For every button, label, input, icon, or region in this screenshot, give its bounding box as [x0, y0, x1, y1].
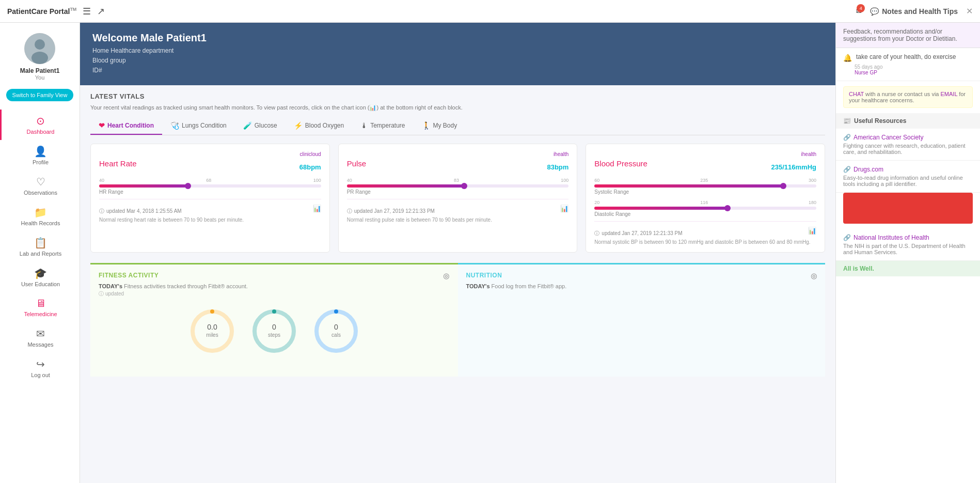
- welcome-id: ID#: [92, 66, 823, 75]
- lungs-tab-icon: 🩺: [170, 121, 179, 130]
- sidebar: Male Patient1 You Switch to Family View …: [0, 23, 80, 483]
- tab-label: Lungs Condition: [182, 122, 227, 129]
- sidebar-item-observations[interactable]: ♡ Observations: [0, 170, 80, 201]
- red-block: [843, 193, 973, 224]
- chat-link[interactable]: CHAT: [849, 91, 864, 97]
- svg-point-1: [35, 39, 45, 50]
- notes-health-tips-button[interactable]: 💬 Notes and Health Tips: [870, 7, 958, 15]
- heart-tab-icon: ❤: [99, 121, 105, 130]
- sidebar-item-lab-reports[interactable]: 📋 Lab and Reports: [0, 231, 80, 262]
- tab-label: My Body: [433, 122, 457, 129]
- sidebar-collapse-handle[interactable]: ‹: [80, 126, 80, 141]
- nutrition-title-text: NUTRITION: [466, 272, 502, 280]
- svg-point-11: [317, 311, 356, 351]
- sidebar-item-messages[interactable]: ✉ Messages: [0, 322, 80, 353]
- svg-text:miles: miles: [206, 332, 218, 338]
- systolic-label: Systolic Range: [594, 189, 816, 195]
- right-panel: Feedback, recommendations and/or suggest…: [835, 23, 980, 483]
- chat-bubble-icon: 💬: [870, 7, 879, 15]
- main-content: Welcome Male Patient1 Home Healthcare de…: [80, 23, 835, 483]
- switch-family-view-button[interactable]: Switch to Family View: [6, 89, 74, 101]
- card-value: 83bpm: [547, 159, 568, 173]
- svg-text:0: 0: [334, 323, 338, 331]
- resource-drugs: 🔗 Drugs.com Easy-to-read drug informatio…: [836, 161, 980, 193]
- drugs-link[interactable]: 🔗 Drugs.com: [843, 166, 973, 173]
- systolic-thumb: [780, 183, 786, 189]
- welcome-greeting: Welcome Male Patient1: [92, 32, 823, 44]
- rp-resources-title: 📰 Useful Resources: [836, 113, 980, 129]
- sidebar-item-telemedicine[interactable]: 🖥 Telemedicine: [0, 292, 80, 322]
- tab-label: Temperature: [370, 122, 405, 129]
- chart-icon[interactable]: 📊: [808, 227, 816, 235]
- health-records-icon: 📁: [34, 206, 47, 219]
- pr-range-label: PR Range: [347, 189, 569, 195]
- expand-icon[interactable]: ↗: [97, 6, 105, 17]
- app-title: PatientCare Portal: [7, 7, 70, 15]
- blood-pressure-card: ihealth Blood Pressure 235/116mmHg 60 23…: [586, 144, 825, 253]
- avatar-name: Male Patient1: [20, 67, 60, 74]
- drugs-desc: Easy-to-read drug information and useful…: [843, 175, 973, 187]
- telemedicine-icon: 🖥: [36, 298, 46, 309]
- systolic-fill: [594, 184, 783, 188]
- tab-lungs-condition[interactable]: 🩺 Lungs Condition: [162, 117, 235, 135]
- main-layout: Male Patient1 You Switch to Family View …: [0, 23, 980, 483]
- card-updated: ⓘ updated Jan 27, 2019 12:21:33 PM: [347, 208, 435, 215]
- card-note: Normal resting heart rate is between 70 …: [99, 217, 321, 223]
- tab-label: Glucose: [255, 122, 277, 129]
- avatar: [24, 33, 55, 64]
- chart-icon[interactable]: 📊: [313, 205, 321, 212]
- sidebar-item-profile[interactable]: 👤 Profile: [0, 140, 80, 170]
- rp-tip-author: Nurse GP: [855, 70, 973, 75]
- rp-chat-box: CHAT with a nurse or contact us via EMAI…: [843, 86, 973, 108]
- rp-header: Feedback, recommendations and/or suggest…: [836, 23, 980, 48]
- sidebar-item-dashboard[interactable]: ⊙ Dashboard: [0, 110, 80, 140]
- email-link[interactable]: EMAIL: [941, 91, 958, 97]
- glucose-tab-icon: 🧪: [243, 121, 252, 130]
- card-value: 68bpm: [299, 159, 321, 173]
- notification-button[interactable]: ✉ 4: [856, 7, 862, 15]
- nih-link[interactable]: 🔗 National Institutes of Health: [843, 234, 973, 241]
- info-icon: ⓘ: [99, 290, 104, 298]
- sidebar-item-user-education[interactable]: 🎓 User Education: [0, 262, 80, 292]
- systolic-track: [594, 184, 816, 188]
- sidebar-item-label: Telemedicine: [24, 311, 57, 317]
- all-is-well: All is Well.: [836, 261, 980, 276]
- sidebar-item-label: Dashboard: [27, 129, 55, 135]
- chart-icon[interactable]: 📊: [560, 205, 568, 212]
- tab-temperature[interactable]: 🌡 Temperature: [352, 117, 413, 135]
- fitness-title: FITNESS ACTIVITY ◎: [99, 272, 450, 280]
- card-title: Pulse: [347, 159, 367, 168]
- sidebar-item-health-records[interactable]: 📁 Health Records: [0, 201, 80, 231]
- resources-icon: 📰: [843, 117, 851, 124]
- card-note: Normal systolic BP is between 90 to 120 …: [594, 239, 816, 245]
- logout-icon: ↪: [36, 358, 45, 370]
- sidebar-item-logout[interactable]: ↪ Log out: [0, 353, 80, 383]
- svg-text:0.0: 0.0: [207, 323, 217, 331]
- messages-icon: ✉: [36, 328, 45, 340]
- close-notes-button[interactable]: ✕: [966, 6, 973, 16]
- nutrition-settings-icon[interactable]: ◎: [811, 272, 817, 280]
- app-logo: PatientCare PortalTM: [7, 7, 76, 15]
- bottom-sections: FITNESS ACTIVITY ◎ TODAY's Fitness activ…: [90, 263, 825, 377]
- tab-blood-oxygen[interactable]: ⚡ Blood Oxygen: [286, 117, 352, 135]
- vitals-section: LATEST VITALS Your recent vital readings…: [80, 85, 835, 483]
- svg-point-7: [255, 311, 294, 351]
- welcome-header: Welcome Male Patient1 Home Healthcare de…: [80, 23, 835, 85]
- observations-icon: ♡: [36, 176, 45, 188]
- pr-fill: [347, 184, 465, 188]
- card-source: ihealth: [594, 151, 816, 157]
- temperature-tab-icon: 🌡: [360, 121, 368, 130]
- pr-range-bar: 40 83 100 PR Range: [347, 178, 569, 195]
- vitals-desc: Your recent vital readings as tracked us…: [90, 104, 825, 111]
- info-icon: ⓘ: [347, 208, 352, 215]
- tab-my-body[interactable]: 🚶 My Body: [414, 117, 466, 135]
- pulse-card: ihealth Pulse 83bpm 40 83 100: [338, 144, 578, 253]
- menu-icon[interactable]: ☰: [83, 6, 91, 17]
- tab-heart-condition[interactable]: ❤ Heart Condition: [90, 117, 162, 135]
- link-icon: 🔗: [843, 234, 851, 241]
- tab-glucose[interactable]: 🧪 Glucose: [235, 117, 286, 135]
- fitness-settings-icon[interactable]: ◎: [443, 272, 450, 280]
- fitness-today-label: TODAY's Fitness activities tracked throu…: [99, 283, 450, 289]
- acs-link[interactable]: 🔗 American Cancer Society: [843, 134, 973, 141]
- tab-label: Heart Condition: [107, 122, 154, 129]
